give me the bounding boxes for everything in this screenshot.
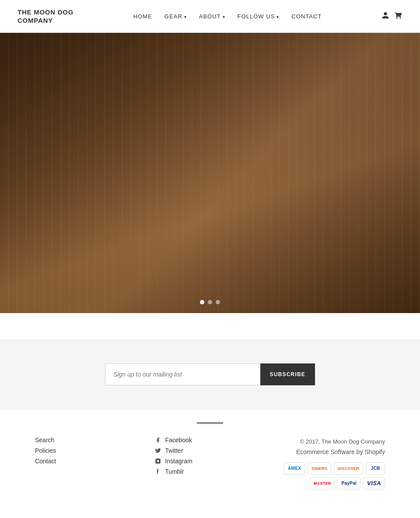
mailing-form: SUBSCRIBE (105, 363, 315, 385)
mailing-input[interactable] (105, 363, 260, 385)
payment-mastercard: MASTER (310, 477, 335, 490)
hero-overlay (0, 33, 420, 313)
nav-follow-us[interactable]: FOLLOW US (238, 13, 280, 20)
copyright-line: © 2017, The Moon Dog Company (274, 437, 385, 447)
tumblr-icon (154, 468, 161, 475)
payment-diners: DINERS (308, 462, 331, 475)
payment-discover: DISCOVER (334, 462, 363, 475)
cart-icon[interactable] (395, 11, 402, 21)
mailing-section: SUBSCRIBE (0, 339, 420, 409)
shopify-link[interactable]: Ecommerce Software by Shopify (274, 447, 385, 458)
site-title-line2: COMPANY (18, 17, 53, 24)
nav-home[interactable]: HOME (133, 13, 152, 20)
footer-link-contact[interactable]: Contact (35, 458, 146, 465)
divider-line (197, 423, 223, 423)
hero-slider (0, 33, 420, 313)
footer-social-col: Facebook Twitter Instagram Tumblr (154, 437, 265, 490)
powered-by: Ecommerce Software by Shopify (274, 447, 385, 458)
slider-dot-3[interactable] (216, 300, 220, 304)
main-nav: HOME GEAR ABOUT FOLLOW US CONTACT (133, 13, 322, 20)
footer-grid: Search Policies Contact Facebook Twitter (35, 437, 385, 490)
copyright-text: © 2017, The Moon Dog Company Ecommerce S… (274, 437, 385, 458)
social-link-tumblr[interactable]: Tumblr (154, 468, 265, 475)
site-title-line1: THE MOON DOG (18, 8, 74, 16)
social-link-instagram[interactable]: Instagram (154, 458, 265, 465)
social-link-facebook[interactable]: Facebook (154, 437, 265, 444)
login-icon[interactable] (382, 11, 389, 21)
payment-visa: VISA (363, 477, 385, 490)
footer-divider (0, 409, 420, 432)
hero-background (0, 33, 420, 313)
nav-about[interactable]: ABOUT (199, 13, 225, 20)
footer-links-col: Search Policies Contact (35, 437, 146, 490)
slider-dot-2[interactable] (208, 300, 212, 304)
site-logo[interactable]: THE MOON DOG COMPANY (18, 8, 74, 25)
instagram-icon (154, 458, 161, 465)
payment-paypal: PayPal (337, 477, 360, 490)
nav-actions (382, 11, 402, 21)
payment-jcb: JCB (366, 462, 385, 475)
footer-copyright-col: © 2017, The Moon Dog Company Ecommerce S… (274, 437, 385, 490)
site-header: THE MOON DOG COMPANY HOME GEAR ABOUT FOL… (0, 0, 420, 33)
social-link-twitter[interactable]: Twitter (154, 447, 265, 454)
nav-gear[interactable]: GEAR (164, 13, 187, 20)
footer-link-policies[interactable]: Policies (35, 447, 146, 454)
subscribe-button[interactable]: SUBSCRIBE (260, 363, 315, 385)
twitter-icon (154, 447, 161, 454)
facebook-icon (154, 437, 161, 444)
slider-dots (200, 300, 220, 304)
site-footer: Search Policies Contact Facebook Twitter (0, 432, 420, 511)
footer-link-search[interactable]: Search (35, 437, 146, 444)
content-spacer (0, 313, 420, 339)
payment-icons: AMEX DINERS DISCOVER JCB MASTER PayPal V… (274, 462, 385, 490)
payment-amex: AMEX (284, 462, 305, 475)
nav-contact[interactable]: CONTACT (291, 13, 322, 20)
slider-dot-1[interactable] (200, 300, 204, 304)
